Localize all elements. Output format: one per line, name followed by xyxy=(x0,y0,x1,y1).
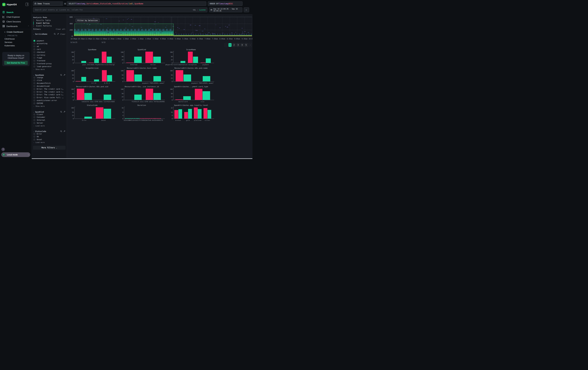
gear-icon[interactable]: ⚙ xyxy=(64,2,66,5)
filter-checkbox-servicename-5[interactable]: currency xyxy=(33,54,65,56)
mini-chart-statuscode[interactable]: StatusCode02550100ErrorUnset xyxy=(71,104,113,122)
run-query-button[interactable]: ▷ xyxy=(244,7,249,12)
show-more-button[interactable]: ›Show more xyxy=(33,68,45,70)
filter-checkbox-spanname-0[interactable]: change xyxy=(33,76,65,79)
checkbox-unchecked[interactable] xyxy=(33,54,35,56)
filter-checkbox-servicename-8[interactable]: frontend-proxy xyxy=(33,62,65,65)
language-toggle[interactable]: SQL | Lucene xyxy=(193,9,206,11)
filter-checkbox-spanname-6[interactable]: Error: The credit card (… xyxy=(33,93,65,96)
checkbox-unchecked[interactable] xyxy=(33,82,35,84)
clear-all-button[interactable]: Clear all xyxy=(56,28,65,30)
checkbox-unchecked[interactable] xyxy=(33,85,35,87)
presets-toggle[interactable]: ⌄ PRESETS xyxy=(0,34,32,37)
load-more-button[interactable]: ›Load more xyxy=(33,141,45,143)
source-select[interactable]: Demo Traces ⌃⌄ xyxy=(33,1,63,6)
filter-group-name[interactable]: SpanName xyxy=(35,74,44,76)
mini-chart-duration[interactable]: Duration04816101937514051285832757590858… xyxy=(121,104,163,122)
checkbox-unchecked[interactable] xyxy=(33,94,35,96)
heatmap-selection[interactable] xyxy=(74,24,174,36)
filter-checkbox-statuscode-2[interactable]: Unset xyxy=(33,138,65,141)
checkbox-unchecked[interactable] xyxy=(33,116,35,118)
checkbox-unchecked[interactable] xyxy=(33,63,35,64)
more-filters-button[interactable]: More filters⌄ xyxy=(33,146,65,150)
checkbox-unchecked[interactable] xyxy=(33,133,35,135)
filter-checkbox-servicename-9[interactable]: load-generator xyxy=(33,65,65,68)
filter-group-name[interactable]: SpanKind xyxy=(35,111,44,113)
checkbox-unchecked[interactable] xyxy=(33,46,35,47)
filter-by-selection-button[interactable]: Filter by Selection xyxy=(76,19,99,22)
checkbox-unchecked[interactable] xyxy=(33,114,35,115)
checkbox-unchecked[interactable] xyxy=(33,49,35,50)
checkbox-unchecked[interactable] xyxy=(33,97,35,99)
sql-select-input[interactable]: SELECT Timestamp, ServiceName, StatusCod… xyxy=(67,1,206,6)
filter-group-name[interactable]: StatusCode xyxy=(35,130,46,132)
filter-checkbox-spanname-8[interactable]: eventListener.error xyxy=(33,99,65,102)
sidebar-item-chart-explorer[interactable]: Chart Explorer xyxy=(0,15,32,19)
search-icon[interactable] xyxy=(54,32,56,36)
page-button-5[interactable]: 5 xyxy=(245,43,248,47)
filter-checkbox-spanname-9[interactable]: EXPIRE xyxy=(33,102,65,105)
filter-checkbox-spanname-3[interactable]: documentLoad xyxy=(33,85,65,87)
checkbox-unchecked[interactable] xyxy=(33,102,35,104)
mini-chart-resourceattributes-k8s-pod-uid[interactable]: ResourceAttributes.k8s.pod.uid025501005e… xyxy=(71,86,113,104)
page-button-1[interactable]: 1 xyxy=(229,43,231,47)
get-started-button[interactable]: Get Started for Free xyxy=(4,61,28,65)
checkbox-unchecked[interactable] xyxy=(33,77,35,79)
checkbox-unchecked[interactable] xyxy=(33,43,35,44)
checkbox-unchecked[interactable] xyxy=(33,51,35,53)
analysis-mode-event-patterns[interactable]: Event Patterns xyxy=(33,24,65,27)
filter-checkbox-spanname-1[interactable]: click xyxy=(33,79,65,82)
mini-chart-spanattributes-app-loyalty-level[interactable]: SpanAttributes.app.loyalty.level081632br… xyxy=(170,104,212,122)
show-more-button[interactable]: ›Show more xyxy=(33,105,45,107)
sidebar-item-client-sessions[interactable]: Client Sessions xyxy=(0,19,32,24)
checkbox-unchecked[interactable] xyxy=(33,136,35,138)
clear-group-button[interactable]: Clear xyxy=(60,33,65,35)
pin-icon[interactable] xyxy=(57,32,59,36)
page-button-3[interactable]: 3 xyxy=(237,43,240,47)
filter-checkbox-spankind-3[interactable]: Server xyxy=(33,122,65,124)
mini-chart-scopename[interactable]: ScopeName02550100@hyperdx/instrumentatio… xyxy=(170,49,212,67)
filter-checkbox-spankind-1[interactable]: Consumer xyxy=(33,116,65,119)
checkbox-unchecked[interactable] xyxy=(33,88,35,90)
checkbox-unchecked[interactable] xyxy=(33,57,35,59)
mini-chart-spankind[interactable]: SpanKind02550100InternalServer xyxy=(121,49,163,67)
filter-checkbox-statuscode-1[interactable]: Ok xyxy=(33,135,65,138)
mini-chart-resourceattributes-host-name[interactable]: ResourceAttributes.host.name02550100paym… xyxy=(121,67,163,85)
filter-checkbox-statuscode-0[interactable]: Error xyxy=(33,132,65,135)
filter-checkbox-servicename-2[interactable]: ad xyxy=(33,45,65,48)
preset-link-clickhouse[interactable]: ClickHouse xyxy=(0,37,32,40)
filter-checkbox-spankind-0[interactable]: Client xyxy=(33,113,65,116)
filter-checkbox-servicename-6[interactable]: flagd xyxy=(33,57,65,59)
analysis-mode-results-table[interactable]: Results Table xyxy=(33,19,65,22)
user-menu[interactable]: U Local mode › xyxy=(1,152,30,157)
mini-chart-resourceattribu-ice-instance-id[interactable]: ResourceAttribu..ice.instance.id02550100… xyxy=(121,86,163,104)
filter-checkbox-spanname-2[interactable]: documentFetch xyxy=(33,82,65,85)
next-page-button[interactable]: › xyxy=(249,43,252,47)
search-input[interactable]: Search your events w/ Lucene ex. column:… xyxy=(33,7,207,12)
checkbox-unchecked[interactable] xyxy=(33,139,35,140)
collapse-sidebar-icon[interactable] xyxy=(25,3,29,6)
filter-checkbox-servicename-0[interactable]: payment xyxy=(33,40,65,42)
mini-chart-scopeversion[interactable]: ScopeVersion025501000.1.00.51.1 xyxy=(71,67,113,85)
checkbox-unchecked[interactable] xyxy=(33,60,35,62)
analysis-mode-event-deltas[interactable]: Event Deltas xyxy=(33,22,65,24)
sidebar-item-search[interactable]: Search xyxy=(0,10,32,15)
mini-chart-spanattributes-yment-card-type[interactable]: SpanAttributes...yment.card_type02550100… xyxy=(170,86,212,104)
checkbox-unchecked[interactable] xyxy=(33,100,35,101)
help-button[interactable]: ? xyxy=(1,148,5,151)
filter-checkbox-servicename-7[interactable]: frontend xyxy=(33,60,65,62)
checkbox-checked[interactable] xyxy=(33,40,35,42)
duration-heatmap[interactable] xyxy=(74,17,252,36)
prev-page-button[interactable]: ‹ xyxy=(224,43,228,47)
filter-checkbox-spankind-2[interactable]: Internal xyxy=(33,119,65,121)
checkbox-unchecked[interactable] xyxy=(33,66,35,67)
preset-link-services[interactable]: Services xyxy=(0,40,32,44)
load-more-button[interactable]: ›Load more xyxy=(33,125,45,127)
horizontal-scrollbar[interactable] xyxy=(32,158,252,159)
page-button-2[interactable]: 2 xyxy=(232,43,236,47)
preset-link-kubernetes[interactable]: Kubernetes xyxy=(0,44,32,47)
page-button-4[interactable]: 4 xyxy=(241,43,244,47)
filter-checkbox-servicename-3[interactable]: cart xyxy=(33,48,65,50)
mini-chart-resourceattributes-k8s-pod-name[interactable]: ResourceAttributes.k8s.pod.name02550100p… xyxy=(170,67,212,85)
order-by-input[interactable]: ORDER BY Timestamp DESC xyxy=(208,1,242,6)
